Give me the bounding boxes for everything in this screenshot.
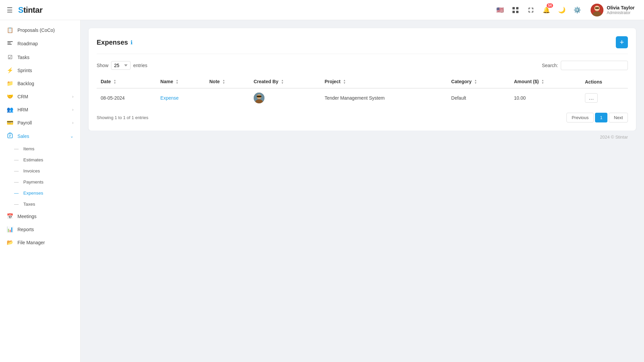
- expenses-card: Expenses ℹ + Show 10 25 50 100 entries: [89, 28, 636, 131]
- col-created-by[interactable]: Created By ▲▼: [250, 75, 320, 88]
- sidebar-item-tasks[interactable]: ☑ Tasks: [0, 51, 80, 64]
- sidebar-sub-item-expenses[interactable]: — Expenses: [0, 188, 80, 199]
- page-header: Expenses ℹ +: [97, 36, 628, 54]
- col-amount[interactable]: Amount ($) ▲▼: [510, 75, 581, 88]
- expense-link[interactable]: Expense: [160, 95, 179, 101]
- row-category: Default: [447, 88, 510, 107]
- header: ☰ Stintar 🇺🇸 🔔 54 🌙 ⚙️: [0, 0, 644, 20]
- header-actions: 🇺🇸 🔔 54 🌙 ⚙️: [495, 2, 637, 18]
- sidebar-item-file-manager[interactable]: 📂 File Manager: [0, 236, 80, 249]
- table-header: Date ▲▼ Name ▲▼ Note ▲▼ Created By: [97, 75, 628, 88]
- sidebar-sub-item-estimates-label: Estimates: [23, 157, 43, 162]
- svg-rect-10: [7, 43, 11, 43]
- next-button[interactable]: Next: [609, 113, 628, 122]
- svg-rect-1: [516, 7, 518, 9]
- sidebar-item-hrm-label: HRM: [17, 107, 28, 112]
- row-amount: 10.00: [510, 88, 581, 107]
- sidebar-item-tasks-label: Tasks: [17, 55, 30, 60]
- sidebar-item-crm-label: CRM: [17, 94, 28, 99]
- sidebar-item-hrm[interactable]: 👥 HRM ›: [0, 103, 80, 116]
- svg-rect-19: [257, 96, 261, 97]
- sidebar-sub-item-invoices-label: Invoices: [23, 168, 40, 173]
- svg-rect-14: [9, 136, 10, 137]
- category-sort-icon: ▲▼: [474, 79, 477, 85]
- previous-button[interactable]: Previous: [566, 113, 594, 122]
- menu-toggle[interactable]: ☰: [7, 6, 13, 14]
- settings-icon[interactable]: ⚙️: [573, 5, 582, 15]
- note-sort-icon: ▲▼: [222, 79, 225, 85]
- show-entries: Show 10 25 50 100 entries: [97, 61, 147, 70]
- payroll-icon: 💳: [7, 119, 13, 126]
- dark-mode-icon[interactable]: 🌙: [557, 5, 566, 15]
- svg-rect-0: [512, 7, 515, 9]
- sidebar-item-reports[interactable]: 📊 Reports: [0, 223, 80, 236]
- sidebar-item-sprints[interactable]: ⚡ Sprints: [0, 64, 80, 77]
- main-content: Expenses ℹ + Show 10 25 50 100 entries: [81, 20, 644, 362]
- reports-icon: 📊: [7, 226, 13, 232]
- entries-select[interactable]: 10 25 50 100: [111, 61, 131, 70]
- sidebar-item-proposals[interactable]: 📋 Proposals (CoCo): [0, 23, 80, 37]
- sidebar-sub-item-invoices[interactable]: — Invoices: [0, 165, 80, 176]
- sidebar-item-payroll-label: Payroll: [17, 120, 32, 125]
- info-icon[interactable]: ℹ: [131, 39, 133, 46]
- flag-icon[interactable]: 🇺🇸: [495, 5, 505, 15]
- apps-icon[interactable]: [511, 5, 520, 15]
- user-role: Administrator: [607, 10, 635, 15]
- entries-label: entries: [133, 63, 147, 68]
- sidebar-item-sales[interactable]: Sales ⌄: [0, 129, 80, 143]
- sidebar-sub-item-items-label: Items: [23, 146, 35, 151]
- row-note: [205, 88, 250, 107]
- sidebar-item-proposals-label: Proposals (CoCo): [17, 28, 55, 33]
- col-note[interactable]: Note ▲▼: [205, 75, 250, 88]
- row-actions: …: [581, 88, 628, 107]
- amount-sort-icon: ▲▼: [541, 79, 544, 85]
- sidebar-sub-item-estimates[interactable]: — Estimates: [0, 154, 80, 165]
- sidebar-item-meetings[interactable]: 📅 Meetings: [0, 210, 80, 223]
- hrm-expand-icon: ›: [72, 107, 73, 112]
- show-label: Show: [97, 63, 108, 68]
- row-created-by: [250, 88, 320, 107]
- hrm-icon: 👥: [7, 106, 13, 113]
- table-body: 08-05-2024 Expense: [97, 88, 628, 107]
- user-profile[interactable]: Olivia Taylor Administrator: [588, 2, 637, 18]
- crm-icon: 🤝: [7, 93, 13, 100]
- sidebar-item-payroll[interactable]: 💳 Payroll ›: [0, 116, 80, 129]
- sidebar-sub-item-taxes[interactable]: — Taxes: [0, 199, 80, 210]
- row-project: Tender Management System: [320, 88, 447, 107]
- actions-button[interactable]: …: [585, 93, 598, 103]
- search-label: Search:: [542, 63, 558, 68]
- sidebar-sub-item-payments-label: Payments: [23, 179, 44, 185]
- sidebar-item-backlog[interactable]: 📁 Backlog: [0, 77, 80, 90]
- sidebar-item-roadmap[interactable]: Roadmap: [0, 37, 80, 51]
- pagination-row: Showing 1 to 1 of 1 entries Previous 1 N…: [97, 113, 628, 122]
- sidebar-item-meetings-label: Meetings: [17, 214, 37, 219]
- logo: ☰ Stintar: [7, 5, 87, 15]
- sidebar-sub-item-payments[interactable]: — Payments: [0, 176, 80, 188]
- project-sort-icon: ▲▼: [343, 79, 346, 85]
- page-1-button[interactable]: 1: [595, 113, 607, 122]
- notification-icon[interactable]: 🔔 54: [542, 5, 551, 15]
- col-category[interactable]: Category ▲▼: [447, 75, 510, 88]
- page-title: Expenses: [97, 39, 128, 46]
- file-manager-icon: 📂: [7, 239, 13, 246]
- sidebar-sub-item-items[interactable]: — Items: [0, 143, 80, 154]
- footer: 2024 © Stintar: [89, 131, 636, 144]
- created-by-avatar: [254, 93, 264, 103]
- sidebar-item-crm[interactable]: 🤝 CRM ›: [0, 90, 80, 103]
- col-name[interactable]: Name ▲▼: [156, 75, 205, 88]
- footer-copyright: 2024 © Stintar: [600, 135, 628, 140]
- user-name: Olivia Taylor: [607, 5, 635, 10]
- tasks-icon: ☑: [7, 54, 13, 60]
- search-input[interactable]: [561, 61, 628, 70]
- page-title-row: Expenses ℹ: [97, 39, 133, 46]
- expand-icon[interactable]: [526, 5, 536, 15]
- meetings-icon: 📅: [7, 213, 13, 219]
- svg-rect-13: [9, 135, 11, 136]
- proposals-icon: 📋: [7, 27, 13, 33]
- sidebar: 📋 Proposals (CoCo) Roadmap ☑ Tasks ⚡ Spr…: [0, 20, 81, 362]
- user-info: Olivia Taylor Administrator: [607, 5, 635, 15]
- col-project[interactable]: Project ▲▼: [320, 75, 447, 88]
- add-expense-button[interactable]: +: [616, 36, 628, 48]
- sales-expand-icon: ⌄: [70, 134, 73, 139]
- col-date[interactable]: Date ▲▼: [97, 75, 156, 88]
